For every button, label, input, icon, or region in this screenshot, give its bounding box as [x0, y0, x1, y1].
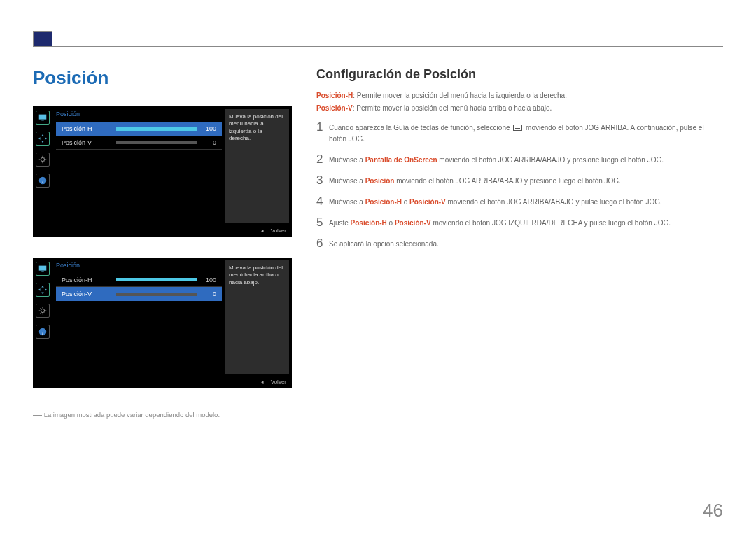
image-footnote: ― La imagen mostrada puede variar depend… [33, 409, 295, 421]
svg-rect-6 [41, 272, 44, 272]
osd-footer-volver: Volver [271, 227, 286, 234]
step-number: 3 [316, 174, 329, 186]
osd-screenshot-1: i Posición Posición-H 100 Posición-V 0 [33, 106, 292, 237]
osd-row-value: 100 [202, 276, 216, 283]
step-5: 5 Ajuste Posición-H o Posición-V moviend… [316, 218, 723, 229]
step-4: 4 Muévase a Posición-H o Posición-V movi… [316, 197, 723, 208]
display-icon [36, 111, 50, 125]
osd-help-panel: Mueva la posición del menú hacia arriba … [225, 260, 289, 374]
step-text: Se aplicará la opción seleccionada. [329, 239, 723, 250]
step-text-mid: o [387, 219, 395, 227]
steps-list: 1 Cuando aparezca la Guía de teclas de f… [316, 122, 723, 250]
keyword-posicion-v: Posición-V [395, 219, 431, 227]
keyword-posicion: Posición [365, 177, 395, 185]
step-number: 2 [316, 153, 329, 165]
svg-text:i: i [42, 330, 43, 336]
step-text-mid: o [402, 198, 410, 206]
slider-fill-h [116, 278, 197, 281]
step-text: Muévase a Pantalla de OnScreen moviendo … [329, 155, 723, 166]
osd-row-label: Posición-H [62, 125, 111, 132]
osd-footer: ◂Volver [33, 377, 292, 388]
svg-rect-0 [39, 115, 47, 120]
page-content: Posición i Posición Posición-H 100 [33, 67, 723, 506]
keyword-posicion-h: Posición-H [365, 198, 402, 206]
step-6: 6 Se aplicará la opción seleccionada. [316, 239, 723, 250]
back-arrow-icon: ◂ [261, 225, 264, 237]
step-text: Cuando aparezca la Guía de teclas de fun… [329, 122, 723, 145]
move-arrows-icon [36, 132, 50, 146]
keyword-pantalla-onscreen: Pantalla de OnScreen [365, 156, 438, 164]
svg-rect-1 [41, 120, 44, 121]
gear-icon [36, 304, 50, 318]
osd-sidebar: i [33, 258, 52, 377]
move-arrows-icon [36, 283, 50, 297]
back-arrow-icon: ◂ [261, 377, 264, 388]
term-posicion-h: Posición-H [316, 92, 353, 99]
info-icon: i [36, 174, 50, 188]
osd-title: Posición [56, 262, 80, 269]
osd-row-posicion-v: Posición-V 0 [56, 136, 222, 150]
svg-text:i: i [42, 178, 43, 185]
step-2: 2 Muévase a Pantalla de OnScreen moviend… [316, 155, 723, 166]
desc-posicion-v-text: : Permite mover la posición del menú hac… [353, 104, 552, 112]
step-text-b: moviendo el botón JOG ARRIBA/ABAJO y pul… [446, 198, 662, 206]
step-number: 1 [316, 121, 329, 133]
section-subtitle: Configuración de Posición [316, 67, 723, 82]
osd-row-value: 100 [202, 125, 216, 132]
step-text: Muévase a Posición moviendo el botón JOG… [329, 176, 723, 187]
osd-row-posicion-h: Posición-H 100 [56, 273, 222, 287]
desc-posicion-h-text: : Permite mover la posición del menú hac… [353, 92, 567, 99]
step-text-a: Muévase a [329, 198, 365, 206]
step-text-b: moviendo el botón JOG ARRIBA/ABAJO y pre… [438, 156, 664, 164]
term-posicion-v: Posición-V [316, 104, 353, 112]
step-text-a: Muévase a [329, 177, 365, 185]
step-text: Ajuste Posición-H o Posición-V moviendo … [329, 218, 723, 229]
step-text-b: moviendo el botón JOG ARRIBA/ABAJO y pre… [394, 177, 621, 185]
osd-title: Posición [56, 111, 80, 118]
desc-posicion-h: Posición-H: Permite mover la posición de… [316, 90, 723, 101]
right-column: Configuración de Posición Posición-H: Pe… [316, 67, 723, 250]
step-text: Muévase a Posición-H o Posición-V movien… [329, 197, 723, 208]
page-number: 46 [703, 500, 723, 521]
osd-screenshot-2: i Posición Posición-H 100 Posición-V 0 [33, 258, 292, 388]
page-title: Posición [33, 67, 295, 89]
footnote-dash: ― [33, 409, 42, 420]
left-column: Posición i Posición Posición-H 100 [33, 67, 295, 421]
step-text-a: Muévase a [329, 156, 365, 164]
osd-row-label: Posición-H [62, 276, 111, 283]
step-number: 5 [316, 216, 329, 228]
header-tab-marker [33, 31, 52, 46]
step-text-a: Cuando aparezca la Guía de teclas de fun… [329, 124, 512, 132]
osd-row-posicion-v: Posición-V 0 [56, 287, 222, 301]
gear-icon [36, 153, 50, 167]
desc-posicion-v: Posición-V: Permite mover la posición de… [316, 103, 723, 114]
osd-sidebar: i [33, 106, 52, 225]
svg-point-7 [41, 309, 44, 312]
osd-row-value: 0 [202, 139, 216, 146]
step-number: 4 [316, 195, 329, 207]
osd-footer: ◂Volver [33, 225, 292, 237]
step-text-b: moviendo el botón JOG IZQUIERDA/DERECHA … [431, 219, 671, 227]
svg-rect-5 [39, 266, 47, 271]
keyword-posicion-h: Posición-H [351, 219, 387, 227]
osd-row-posicion-h: Posición-H 100 [56, 122, 222, 136]
display-icon [36, 262, 50, 276]
menu-icon [513, 125, 522, 131]
svg-point-2 [41, 157, 44, 161]
header-rule [33, 46, 723, 47]
step-text-a: Ajuste [329, 219, 351, 227]
osd-row-label: Posición-V [62, 290, 111, 297]
osd-help-panel: Mueva la posición del menú hacia la izqu… [225, 109, 289, 223]
info-icon: i [36, 325, 50, 339]
osd-footer-volver: Volver [271, 379, 286, 385]
step-3: 3 Muévase a Posición moviendo el botón J… [316, 176, 723, 187]
osd-row-value: 0 [202, 290, 216, 297]
footnote-text: La imagen mostrada puede variar dependie… [44, 411, 220, 419]
step-1: 1 Cuando aparezca la Guía de teclas de f… [316, 122, 723, 145]
keyword-posicion-v: Posición-V [410, 198, 446, 206]
osd-row-label: Posición-V [62, 139, 111, 146]
slider-fill-h [116, 127, 197, 131]
step-number: 6 [316, 237, 329, 249]
